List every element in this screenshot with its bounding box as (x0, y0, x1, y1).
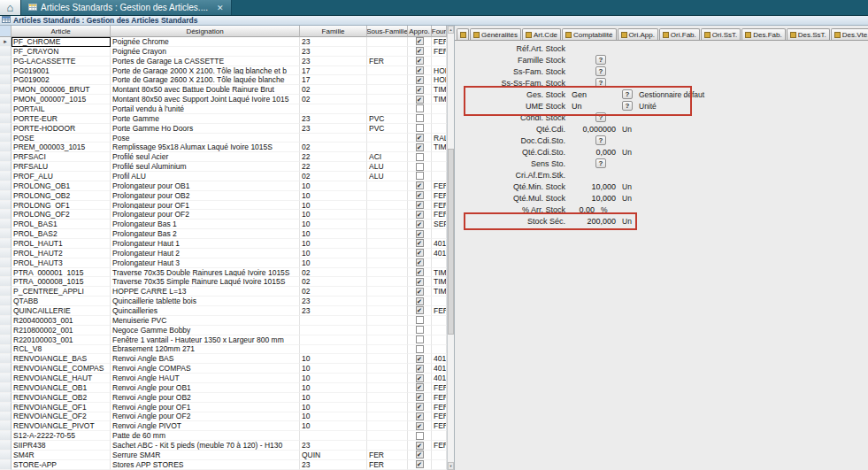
help-button[interactable]: ? (622, 89, 633, 99)
cell-sous-famille[interactable] (367, 239, 408, 249)
tab-art-cde[interactable]: Art.Cde (522, 28, 561, 40)
cell-article[interactable]: RENVOIANGLE_OB2 (12, 393, 111, 403)
cell-designation[interactable]: Fenêtre 1 vantail - Hauteur 1350 x Large… (111, 335, 300, 345)
field-qt-min-stock[interactable]: 10,000 (572, 182, 616, 191)
cell-appro[interactable]: ✔ (408, 412, 432, 422)
table-row[interactable]: RENVOIANGLE_OB1Renvoi Angle pour OB110✔F… (0, 383, 447, 393)
cell-designation[interactable]: Poignée Chrome (111, 37, 300, 47)
table-row[interactable]: PTRA_000008_1015Traverse 70x35 Simple Ra… (0, 277, 447, 287)
cell-fournisseur[interactable] (432, 104, 447, 114)
cell-famille[interactable] (300, 134, 367, 143)
tab-ori-sst[interactable]: Ori.SsT. (701, 28, 741, 40)
cell-sous-famille[interactable]: FER (367, 57, 408, 66)
table-row[interactable]: PF_CRAYONPoignée Crayon23✔FER (0, 47, 447, 57)
row-selector[interactable] (0, 104, 12, 114)
column-header-famille[interactable]: Famille (300, 26, 367, 37)
cell-article[interactable]: PROL_HAUT1 (12, 239, 111, 249)
help-button[interactable]: ? (595, 158, 606, 168)
appro-checkbox[interactable]: ✔ (416, 76, 424, 84)
cell-fournisseur[interactable]: TIM (432, 143, 447, 152)
row-selector[interactable] (0, 114, 12, 124)
cell-article[interactable]: PG-LACASSETTE (12, 57, 111, 66)
cell-designation[interactable]: Renvoi Angle pour OB1 (111, 383, 300, 393)
cell-appro[interactable] (408, 316, 432, 326)
cell-appro[interactable] (408, 345, 432, 355)
cell-designation[interactable]: Prolongateur pour OF1 (111, 201, 300, 211)
column-header-sous-famille[interactable]: Sous-Famille (367, 26, 408, 37)
cell-article[interactable]: RENVOIANGLE_HAUT (12, 374, 111, 383)
cell-famille[interactable]: 10 (300, 412, 367, 422)
cell-designation[interactable]: Renvoi Angle pour OF1 (111, 403, 300, 412)
cell-famille[interactable]: 23 (300, 460, 367, 470)
cell-sous-famille[interactable] (367, 191, 408, 201)
row-selector[interactable] (0, 47, 12, 57)
tab-g-n-ralit-s[interactable]: Généralités (470, 28, 521, 40)
cell-fournisseur[interactable] (432, 335, 447, 345)
table-row[interactable]: QUINCAILLERIEQuincailleries23✔FER (0, 306, 447, 316)
cell-fournisseur[interactable] (432, 297, 447, 306)
row-selector[interactable] (0, 258, 12, 268)
cell-famille[interactable]: 23 (300, 297, 367, 306)
row-selector[interactable] (0, 326, 12, 335)
help-button[interactable]: ? (595, 112, 606, 122)
cell-appro[interactable]: ✔ (408, 297, 432, 306)
column-header-appro[interactable]: Appro. (408, 26, 432, 37)
cell-sous-famille[interactable] (367, 345, 408, 355)
row-selector[interactable] (0, 95, 12, 104)
tab-des-fab[interactable]: Des.Fab. (741, 28, 785, 40)
cell-fournisseur[interactable] (432, 326, 447, 335)
cell-article[interactable]: PROLONG_OB1 (12, 181, 111, 191)
cell-famille[interactable]: QUIN (300, 451, 367, 460)
cell-fournisseur[interactable] (432, 316, 447, 326)
cell-article[interactable]: PMON_000007_1015 (12, 95, 111, 104)
table-row[interactable]: S12-A-2222-70-55Patte de 60 mm (0, 431, 447, 441)
cell-famille[interactable]: 23 (300, 57, 367, 66)
appro-checkbox[interactable]: ✔ (416, 297, 424, 305)
cell-fournisseur[interactable] (432, 229, 447, 239)
table-row[interactable]: PG-LACASSETTEPortes de Garage La CASSETT… (0, 57, 447, 66)
cell-appro[interactable]: ✔ (408, 66, 432, 76)
appro-checkbox[interactable]: ✔ (416, 268, 424, 276)
cell-fournisseur[interactable]: SEP (432, 220, 447, 229)
appro-checkbox[interactable]: ✔ (416, 181, 424, 189)
cell-appro[interactable]: ✔ (408, 421, 432, 431)
cell-sous-famille[interactable] (367, 201, 408, 211)
cell-fournisseur[interactable]: TIM (432, 268, 447, 278)
cell-appro[interactable]: ✔ (408, 85, 432, 95)
cell-fournisseur[interactable]: 401 (432, 364, 447, 374)
cell-appro[interactable]: ✔ (408, 403, 432, 412)
cell-sous-famille[interactable]: PVC (367, 114, 408, 124)
cell-sous-famille[interactable]: FER (367, 451, 408, 460)
cell-designation[interactable]: Renvoi Angle PIVOT (111, 421, 300, 431)
cell-article[interactable]: PROL_HAUT2 (12, 249, 111, 258)
cell-appro[interactable]: ✔ (408, 143, 432, 152)
cell-article[interactable]: PG019001 (12, 66, 111, 76)
appro-checkbox[interactable]: ✔ (416, 220, 424, 228)
appro-checkbox[interactable]: ✔ (416, 211, 424, 219)
cell-famille[interactable]: 10 (300, 249, 367, 258)
cell-designation[interactable]: Porte Gamme Ho Doors (111, 124, 300, 134)
tab-stub[interactable] (457, 28, 469, 40)
cell-appro[interactable] (408, 172, 432, 181)
cell-fournisseur[interactable]: FER (432, 37, 447, 47)
table-row[interactable]: RENVOIANGLE_PIVOTRenvoi Angle PIVOT10✔FE… (0, 421, 447, 431)
cell-designation[interactable]: Profilé seul Aluminium (111, 162, 300, 172)
tab-des-vte[interactable]: Des.Vte. (831, 28, 868, 40)
row-selector[interactable] (0, 210, 12, 220)
cell-fournisseur[interactable] (432, 345, 447, 355)
cell-famille[interactable]: 23 (300, 47, 367, 57)
cell-fournisseur[interactable]: 401 (432, 354, 447, 364)
cell-article[interactable]: SM4R (12, 451, 111, 460)
cell-appro[interactable]: ✔ (408, 191, 432, 201)
cell-famille[interactable]: 10 (300, 210, 367, 220)
cell-appro[interactable]: ✔ (408, 451, 432, 460)
cell-appro[interactable]: ✔ (408, 95, 432, 104)
cell-appro[interactable]: ✔ (408, 393, 432, 403)
cell-appro[interactable] (408, 124, 432, 134)
cell-sous-famille[interactable] (367, 421, 408, 431)
cell-famille[interactable]: 10 (300, 191, 367, 201)
cell-appro[interactable]: ✔ (408, 57, 432, 66)
cell-sous-famille[interactable]: ALU (367, 162, 408, 172)
cell-sous-famille[interactable] (367, 220, 408, 229)
cell-designation[interactable]: Prolongateur Haut 2 (111, 249, 300, 258)
